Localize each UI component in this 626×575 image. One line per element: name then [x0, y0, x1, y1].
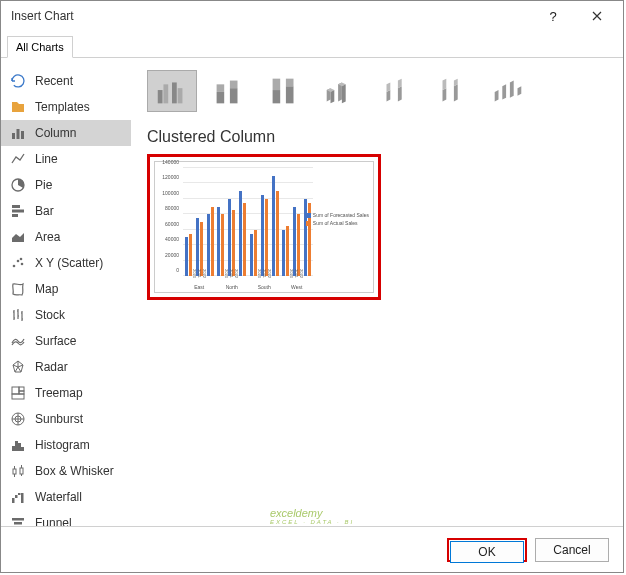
bar [261, 195, 264, 276]
sidebar-item-label: Sunburst [35, 412, 83, 426]
help-button[interactable]: ? [531, 1, 575, 31]
sidebar-item-scatter[interactable]: X Y (Scatter) [1, 250, 131, 276]
svg-rect-23 [12, 498, 15, 503]
dialog-body: RecentTemplatesColumnLinePieBarAreaX Y (… [1, 58, 623, 526]
sidebar-item-line[interactable]: Line [1, 146, 131, 172]
sidebar-item-surface[interactable]: Surface [1, 328, 131, 354]
bar-group [291, 168, 302, 276]
svg-rect-4 [12, 205, 20, 208]
svg-point-7 [13, 265, 16, 268]
sidebar-item-templates[interactable]: Templates [1, 94, 131, 120]
sidebar-item-histogram[interactable]: Histogram [1, 432, 131, 458]
bar-group [205, 168, 216, 276]
sidebar-item-radar[interactable]: Radar [1, 354, 131, 380]
svg-rect-20 [21, 447, 24, 451]
svg-rect-27 [12, 518, 24, 521]
sidebar-item-label: Box & Whisker [35, 464, 114, 478]
sidebar-item-label: Bar [35, 204, 54, 218]
sidebar-item-treemap[interactable]: Treemap [1, 380, 131, 406]
sidebar-item-label: Column [35, 126, 76, 140]
sidebar-item-sunburst[interactable]: Sunburst [1, 406, 131, 432]
dialog-footer: exceldemy EXCEL · DATA · BI OK Cancel [1, 526, 623, 572]
sidebar-item-label: Stock [35, 308, 65, 322]
sidebar-item-label: Funnel [35, 516, 72, 526]
svg-rect-40 [273, 90, 281, 103]
subtype-clustered-column[interactable] [147, 70, 197, 112]
y-axis: 020000400006000080000100000120000140000 [155, 168, 181, 276]
column-icon [9, 124, 27, 142]
bar-group [270, 168, 281, 276]
bar [276, 191, 279, 276]
treemap-icon [9, 384, 27, 402]
subtype-3d-column[interactable] [483, 70, 533, 112]
bar-group [280, 168, 291, 276]
sidebar-item-recent[interactable]: Recent [1, 68, 131, 94]
sidebar-item-label: Pie [35, 178, 52, 192]
svg-rect-2 [21, 131, 24, 139]
chart-plot-area [183, 168, 313, 276]
line-icon [9, 150, 27, 168]
subtype-3d-stacked-column[interactable] [371, 70, 421, 112]
tab-strip: All Charts [1, 31, 623, 58]
svg-rect-35 [178, 88, 183, 103]
svg-rect-37 [217, 84, 225, 92]
bar-group [183, 168, 194, 276]
sidebar-item-label: Templates [35, 100, 90, 114]
x-axis: 202020212022East202020212022North2020202… [183, 265, 313, 290]
insert-chart-dialog: Insert Chart ? All Charts RecentTemplate… [0, 0, 624, 573]
histogram-icon [9, 436, 27, 454]
bar-group [248, 168, 259, 276]
svg-rect-36 [217, 92, 225, 103]
close-button[interactable] [575, 1, 619, 31]
svg-rect-17 [12, 446, 15, 451]
box-icon [9, 462, 27, 480]
svg-rect-18 [15, 441, 18, 451]
bar-group [237, 168, 248, 276]
sidebar-item-label: Waterfall [35, 490, 82, 504]
subtype-title: Clustered Column [147, 128, 607, 146]
radar-icon [9, 358, 27, 376]
svg-rect-19 [18, 443, 21, 451]
svg-rect-42 [286, 86, 294, 103]
svg-rect-33 [163, 84, 168, 103]
svg-rect-32 [158, 90, 163, 103]
cancel-button[interactable]: Cancel [535, 538, 609, 562]
sidebar-item-bar[interactable]: Bar [1, 198, 131, 224]
chart-legend: Sum of Forecasted SalesSum of Actual Sal… [306, 212, 369, 228]
main-panel: Clustered Column 02000040000600008000010… [131, 58, 623, 526]
sidebar-item-box[interactable]: Box & Whisker [1, 458, 131, 484]
chart-preview[interactable]: 020000400006000080000100000120000140000 … [154, 161, 374, 293]
sidebar-item-label: Recent [35, 74, 73, 88]
svg-rect-24 [15, 495, 18, 498]
sidebar-item-label: Area [35, 230, 60, 244]
sidebar-item-pie[interactable]: Pie [1, 172, 131, 198]
subtype-3d-clustered-column[interactable] [315, 70, 365, 112]
dialog-title: Insert Chart [11, 9, 531, 23]
svg-rect-41 [273, 79, 281, 90]
bar-group [215, 168, 226, 276]
close-icon [592, 11, 602, 21]
recent-icon [9, 72, 27, 90]
subtype-3d-100-stacked-column[interactable] [427, 70, 477, 112]
ok-button[interactable]: OK [450, 541, 524, 563]
funnel-icon [9, 514, 27, 526]
tab-all-charts[interactable]: All Charts [7, 36, 73, 58]
svg-rect-28 [14, 522, 22, 525]
sidebar-item-funnel[interactable]: Funnel [1, 510, 131, 526]
svg-rect-25 [18, 493, 21, 495]
subtype-stacked-column[interactable] [203, 70, 253, 112]
svg-rect-6 [12, 214, 18, 217]
sunburst-icon [9, 410, 27, 428]
sidebar-item-map[interactable]: Map [1, 276, 131, 302]
bar [239, 191, 242, 276]
svg-rect-1 [17, 129, 20, 139]
sidebar-item-stock[interactable]: Stock [1, 302, 131, 328]
sidebar-item-waterfall[interactable]: Waterfall [1, 484, 131, 510]
subtype-100-stacked-column[interactable] [259, 70, 309, 112]
bar-icon [9, 202, 27, 220]
templates-icon [9, 98, 27, 116]
sidebar-item-column[interactable]: Column [1, 120, 131, 146]
sidebar-item-label: Surface [35, 334, 76, 348]
bar-group [259, 168, 270, 276]
sidebar-item-area[interactable]: Area [1, 224, 131, 250]
